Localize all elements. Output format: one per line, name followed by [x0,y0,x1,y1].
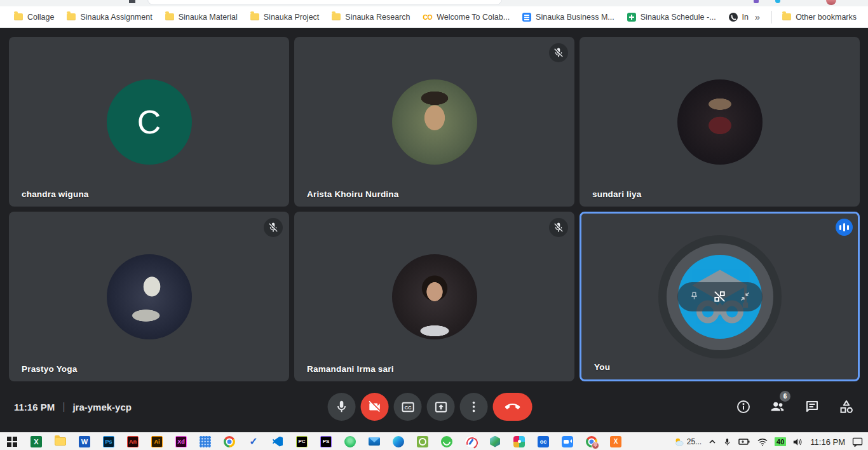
file-explorer-icon[interactable] [48,433,72,450]
illustrator-icon[interactable]: Ai [145,433,169,450]
participant-tile-sundari-liya[interactable]: sundari liya [580,37,860,207]
chrome-glyph [224,436,235,447]
chrome-icon[interactable] [217,433,241,450]
mic-off-icon [553,47,564,58]
meeting-details-button[interactable] [733,397,754,417]
zoom-icon[interactable] [555,433,580,450]
bookmark-sinauka-research[interactable]: Sinauka Research [327,10,415,24]
participant-tile-you[interactable]: You [580,212,860,381]
chevron-up-icon [709,439,716,445]
bookmark-sinauka-project[interactable]: Sinauka Project [245,10,325,24]
adobe-xd-icon[interactable]: Xd [169,433,193,450]
screen: CollageSinauka AssignmentSinauka Materia… [0,0,868,450]
chrome-profile-icon[interactable] [580,433,604,450]
participant-name: Prastyo Yoga [22,364,77,374]
bookmark-label: Sinauka Schedule -... [641,13,716,22]
other-bookmarks-button[interactable]: Other bookmarks [777,10,862,24]
filmora-icon[interactable] [459,433,483,450]
animate-icon[interactable]: An [121,433,145,450]
animate-glyph: An [127,436,139,447]
activities-button[interactable] [836,397,857,417]
hexagon-app-icon[interactable] [483,433,507,450]
battery-percent-badge[interactable]: 40 [775,437,786,446]
pycharm-glyph: PC [296,436,308,447]
vscode-icon[interactable] [266,433,290,450]
participant-name: sundari liya [592,189,641,199]
action-center-button[interactable] [852,437,863,447]
battery-percent: 40 [775,437,786,446]
calendar-icon[interactable] [193,433,217,450]
tray-battery[interactable] [738,438,750,446]
participant-name: You [594,362,610,372]
tray-clock[interactable]: 11:16 PM [810,437,845,447]
bookmark-sinauka-schedule[interactable]: Sinauka Schedule -... [622,10,721,24]
present-icon [433,400,448,414]
android-app-icon[interactable] [338,433,362,450]
excel-glyph: X [31,436,42,447]
phpstorm-icon[interactable]: PS [314,433,338,450]
more-vert-icon [467,400,481,414]
bookmark-welcome-to-colab[interactable]: Welcome To Colab... [417,10,515,24]
xampp-icon[interactable]: X [604,433,628,450]
minimize-tile-button[interactable] [739,290,751,303]
tray-volume[interactable] [793,438,803,446]
mic-button[interactable] [328,393,356,421]
participant-tile-arista-khoiru-nurdina[interactable]: Arista Khoiru Nurdina [294,37,574,207]
tray-overflow-chevron[interactable] [709,439,716,445]
meeting-code: jra-ymek-ycp [72,402,132,412]
mic-muted-indicator [264,218,283,237]
call-end-icon [505,399,520,414]
participants-button[interactable]: 6 [768,397,788,417]
photoshop-icon[interactable]: Ps [97,433,121,450]
chat-button[interactable] [802,397,822,417]
start-button-glyph [7,437,17,447]
whatsapp-icon[interactable] [435,433,459,450]
bookmarks-overflow-chevron[interactable]: » [749,10,766,24]
mail-icon[interactable] [362,433,386,450]
start-button[interactable] [0,433,24,450]
bookmark-invision[interactable]: InVision [724,10,749,24]
bookmark-sinauka-material[interactable]: Sinauka Material [160,10,243,24]
tray-wifi[interactable] [757,438,768,446]
word-icon[interactable]: W [72,433,97,450]
slack-glyph [513,436,525,447]
participant-tile-ramandani-irma-sari[interactable]: Ramandani Irma sari [294,212,574,381]
mic-muted-indicator [549,218,568,237]
audio-bar [847,225,850,230]
bookmark-sinauka-business-m[interactable]: Sinauka Business M... [517,10,620,24]
todo-check-icon[interactable] [241,433,266,450]
weather-icon [674,437,684,447]
bookmark-sinauka-assignment[interactable]: Sinauka Assignment [62,10,157,24]
pin-button[interactable] [688,290,700,303]
edge-glyph [393,436,404,447]
center-action-button[interactable] [712,289,727,304]
camera-off-button[interactable] [361,393,389,421]
participant-tile-chandra-wiguna[interactable]: C chandra wiguna [9,37,289,207]
schedule-icon [627,13,636,22]
folder-icon [165,13,174,20]
excel-icon[interactable]: X [24,433,48,450]
folder-icon [67,13,76,20]
avatar [107,254,192,339]
slack-icon[interactable] [507,433,531,450]
extension-icon [754,0,759,3]
camera-app-icon[interactable] [410,433,435,450]
participants-count-badge: 6 [780,391,790,402]
folder-icon [332,13,341,20]
more-options-button[interactable] [460,393,488,421]
leave-call-button[interactable] [493,393,532,421]
meeting-info: 11:16 PM | jra-ymek-ycp [14,381,132,432]
participant-tile-prastyo-yoga[interactable]: Prastyo Yoga [9,212,289,381]
edge-icon[interactable] [386,433,410,450]
captions-button[interactable]: CC [394,393,422,421]
bookmark-collage[interactable]: Collage [9,10,59,24]
browser-topbar-sliver [0,0,868,6]
tray-mic[interactable] [723,437,731,447]
weather-widget[interactable]: 25... [674,437,702,447]
avatar [392,254,477,339]
pycharm-icon[interactable]: PC [290,433,314,450]
browser-profile-avatar [826,0,836,5]
present-button[interactable] [427,393,455,421]
oc-app-icon[interactable]: oc [531,433,555,450]
mic-muted-indicator [549,43,568,62]
